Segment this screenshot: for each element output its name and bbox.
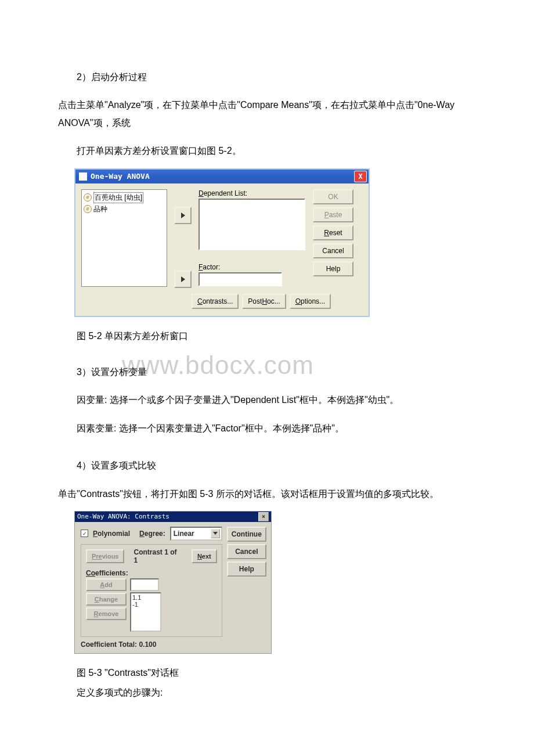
paste-button[interactable]: Paste: [313, 207, 353, 222]
list-item[interactable]: -1: [132, 601, 159, 608]
help-button[interactable]: Help: [227, 561, 266, 577]
continue-button[interactable]: Continue: [227, 527, 266, 542]
oneway-anova-dialog: One-Way ANOVA X # 百蔸幼虫 [幼虫] # 品种: [74, 168, 370, 317]
factor-label: Factor:: [199, 263, 306, 271]
paragraph: 2）启动分析过程: [58, 69, 476, 86]
change-button[interactable]: Change: [86, 593, 127, 606]
polynomial-checkbox[interactable]: ✓: [81, 530, 88, 537]
move-to-dependent-button[interactable]: [174, 207, 192, 224]
list-item[interactable]: 1.1: [132, 594, 159, 601]
paragraph: 因素变量: 选择一个因素变量进入"Factor"框中。本例选择"品种"。: [58, 420, 476, 437]
coefficient-input[interactable]: [130, 578, 159, 591]
dialog-title: One-Way ANOVA: [91, 172, 150, 181]
dialog-title-bar: One-Way ANOVA: Contrasts ×: [75, 512, 271, 522]
contrast-counter: Contrast 1 of 1: [134, 548, 182, 564]
help-button[interactable]: Help: [313, 261, 353, 276]
dialog-title: One-Way ANOVA: Contrasts: [77, 513, 169, 520]
add-button[interactable]: Add: [86, 578, 127, 591]
dialog-title-bar: One-Way ANOVA X: [75, 170, 369, 183]
options-button[interactable]: Options...: [290, 294, 331, 309]
figure-caption: 图 5-2 单因素方差分析窗口: [58, 327, 476, 345]
close-icon: ×: [262, 513, 265, 520]
paragraph: 点击主菜单"Analyze"项，在下拉菜单中点击"Compare Means"项…: [58, 96, 476, 132]
list-item[interactable]: # 百蔸幼虫 [幼虫]: [84, 192, 165, 204]
variable-icon: #: [84, 205, 92, 213]
close-icon: X: [358, 172, 362, 181]
move-to-factor-button[interactable]: [174, 271, 192, 288]
paragraph: 3）设置分析变量: [58, 363, 476, 381]
paragraph: 4）设置多项式比较: [58, 457, 476, 474]
ok-button[interactable]: OK: [313, 189, 353, 204]
coefficient-total: Coefficient Total: 0.100: [81, 640, 222, 649]
polynomial-label: Polynomial: [93, 530, 130, 538]
previous-button[interactable]: Previous: [86, 549, 124, 563]
factor-input[interactable]: [199, 272, 282, 286]
degree-select[interactable]: Linear: [170, 527, 222, 541]
variable-icon: #: [84, 193, 92, 201]
degree-label: Degree:: [139, 530, 165, 538]
dependent-list-label: Dependent List:: [199, 189, 306, 197]
variable-name: 百蔸幼虫 [幼虫]: [93, 192, 143, 203]
close-button[interactable]: X: [354, 171, 367, 182]
close-button[interactable]: ×: [258, 512, 269, 521]
remove-button[interactable]: Remove: [86, 607, 127, 620]
paragraph: 打开单因素方差分析设置窗口如图 5-2。: [58, 142, 476, 160]
arrow-right-icon: [181, 213, 185, 218]
post-hoc-button[interactable]: Post Hoc...: [242, 294, 286, 309]
paragraph: 因变量: 选择一个或多个因子变量进入"Dependent List"框中。本例选…: [58, 391, 476, 409]
paragraph: 定义多项式的步骤为:: [58, 684, 476, 701]
reset-button[interactable]: Reset: [313, 225, 353, 240]
paragraph: 单击"Contrasts"按钮，将打开如图 5-3 所示的对话框。该对话框用于设…: [58, 485, 476, 503]
dependent-list[interactable]: [199, 199, 305, 250]
contrasts-dialog: One-Way ANOVA: Contrasts × ✓ Polynomial …: [74, 511, 272, 654]
figure-caption: 图 5-3 "Contrasts"对话框: [58, 664, 476, 682]
variable-name: 品种: [93, 204, 107, 214]
app-icon: [79, 172, 87, 181]
degree-value: Linear: [174, 530, 194, 538]
dropdown-arrow-icon: [211, 529, 220, 538]
next-button[interactable]: Next: [192, 549, 217, 563]
cancel-button[interactable]: Cancel: [227, 544, 266, 559]
cancel-button[interactable]: Cancel: [313, 243, 353, 258]
contrasts-button[interactable]: Contrasts...: [192, 294, 239, 309]
coefficient-list[interactable]: 1.1 -1: [130, 592, 161, 632]
source-variable-list[interactable]: # 百蔸幼虫 [幼虫] # 品种: [81, 189, 167, 287]
list-item[interactable]: # 品种: [84, 204, 165, 215]
coefficients-label: Coefficients:: [86, 569, 217, 577]
arrow-right-icon: [181, 276, 185, 282]
